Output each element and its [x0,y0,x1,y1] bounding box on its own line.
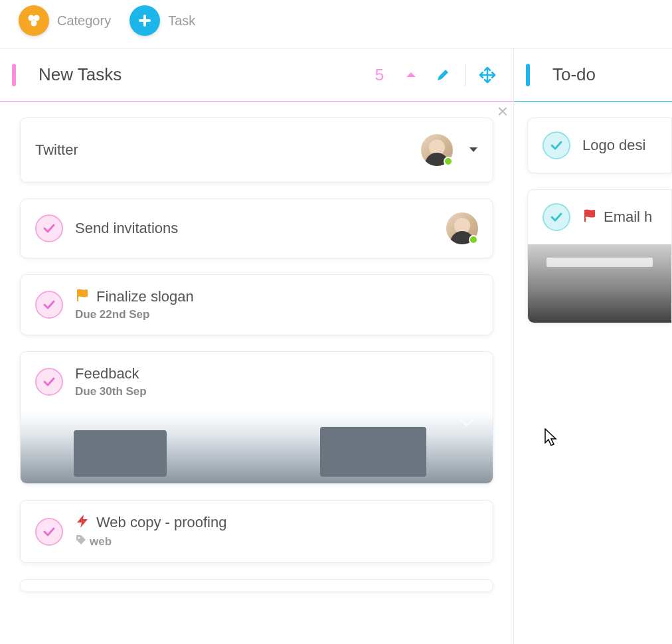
check-circle[interactable] [35,291,63,319]
task-card[interactable]: Logo desi [527,118,672,173]
top-toolbar: Category Task [0,0,672,48]
column-accent [526,64,530,86]
task-card[interactable]: Finalize slogan Due 22nd Sep [20,274,493,335]
column-new-tasks: New Tasks 5 × [0,48,514,644]
column-title: New Tasks [39,64,375,85]
task-due: Due 30th Sep [75,385,478,398]
column-accent [12,64,16,86]
check-circle[interactable] [543,131,570,159]
column-count: 5 [375,66,384,84]
task-title: Feedback [75,365,478,382]
task-image [528,244,671,323]
flag-icon [582,208,597,226]
task-card[interactable]: Email h [527,189,672,323]
plus-icon [129,5,160,36]
close-new-task[interactable]: × [495,102,511,123]
task-title: Email h [604,208,652,226]
assignee-avatar[interactable] [421,134,453,166]
column-title: To-do [552,64,656,85]
status-online-icon [444,157,453,166]
assignee-dropdown[interactable] [469,144,478,156]
svg-point-2 [31,21,37,27]
move-button[interactable] [477,65,497,85]
svg-rect-4 [139,19,151,22]
assignee-avatar[interactable] [446,212,478,244]
task-title: Finalize slogan [96,288,194,305]
check-icon [42,221,56,236]
pencil-icon [436,68,450,82]
check-icon [549,210,564,224]
task-title: Send invitations [75,220,434,237]
expand-image-button[interactable] [460,418,474,430]
move-icon [479,66,496,84]
task-card-new[interactable]: Twitter [20,118,493,183]
svg-point-0 [29,15,35,21]
collapse-button[interactable] [401,65,421,85]
check-icon [42,297,56,312]
task-card[interactable]: Send invitations [20,199,493,258]
divider [465,64,465,86]
task-card[interactable]: Web copy - proofing web [20,500,493,563]
check-icon [42,524,56,539]
board: New Tasks 5 × [0,48,672,644]
tasks-list-new: × Twitter [0,102,513,608]
edit-button[interactable] [433,65,453,85]
task-label: Task [168,13,195,29]
check-icon [549,138,564,153]
bolt-icon [75,514,90,531]
task-due: Due 22nd Sep [75,308,478,321]
caret-down-icon [469,147,478,153]
column-header-new-tasks: New Tasks 5 [0,48,513,102]
check-circle[interactable] [35,214,63,242]
category-label: Category [57,13,111,29]
flag-icon [75,288,90,305]
caret-up-icon [406,72,416,78]
task-title: Logo desi [582,137,671,154]
column-actions: 5 [375,64,497,86]
task-image [21,412,493,483]
tasks-list-todo: Logo desi Email h [514,102,672,339]
check-circle[interactable] [543,203,570,231]
column-todo: To-do Logo desi [514,48,672,644]
check-circle[interactable] [35,368,63,396]
task-title: Twitter [35,141,409,159]
task-tag: web [90,535,112,548]
category-icon [19,5,49,36]
svg-point-1 [34,15,40,21]
svg-point-5 [78,537,80,539]
category-button[interactable]: Category [19,5,111,36]
column-header-todo: To-do [514,48,672,102]
chevron-down-icon [460,418,474,428]
task-card[interactable]: Feedback Due 30th Sep [20,351,493,484]
task-title: Web copy - proofing [96,514,226,531]
task-card[interactable] [20,579,493,592]
check-circle[interactable] [35,518,63,546]
task-button[interactable]: Task [129,5,195,36]
status-online-icon [469,235,478,244]
check-icon [42,374,56,389]
tag-icon [75,534,87,549]
